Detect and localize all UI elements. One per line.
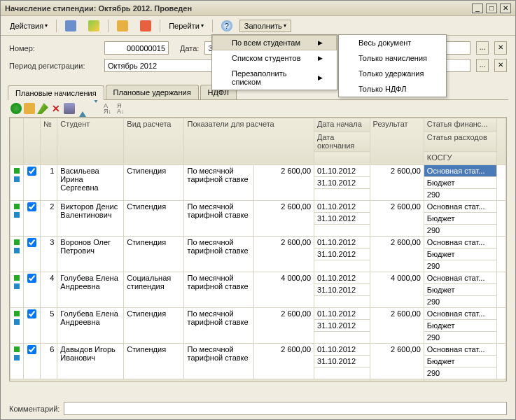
cell-n: 2 [41, 201, 57, 237]
col-finance[interactable]: Статья финанс... [424, 118, 496, 132]
col-student[interactable]: Студент [57, 118, 124, 165]
cell-date-start: 01.10.2012 [314, 165, 370, 177]
col-kosgu[interactable]: КОСГУ [424, 152, 496, 165]
post-icon[interactable] [112, 18, 133, 34]
cell-amount: 2 600,00 [253, 344, 314, 379]
cell-indicator: По месячной тарифной ставке [184, 201, 253, 237]
cell-finance[interactable]: Основная стат... [424, 165, 496, 177]
move-up-icon[interactable] [77, 103, 88, 114]
cell-date-end: 31.10.2012 [314, 213, 370, 225]
copy-row-icon[interactable] [24, 103, 35, 114]
table-row[interactable]: 4Голубева Елена АндреевнаСоциальная стип… [11, 272, 506, 284]
menu-all-students[interactable]: По всем студентам▶ [212, 35, 337, 50]
fill-submenu: Весь документ Только начисления Только у… [338, 34, 447, 97]
unpost-icon[interactable] [135, 18, 156, 34]
cell-date-start: 01.10.2012 [314, 201, 370, 213]
help-icon[interactable]: ? [216, 18, 237, 34]
cell-student: Давыдов Игорь Иванович [57, 344, 124, 379]
col-type[interactable]: Вид расчета [124, 118, 184, 165]
number-field[interactable] [104, 41, 169, 55]
maximize-button[interactable]: □ [486, 4, 497, 13]
cell-type: Стипендия [124, 237, 184, 272]
cell-n: 3 [41, 237, 57, 272]
edit-row-icon[interactable] [37, 103, 48, 114]
cell-kosgu: 290 [424, 189, 496, 201]
tab-plan-charges[interactable]: Плановые начисления [8, 85, 104, 100]
goto-dropdown[interactable]: Перейти ▾ [164, 20, 209, 32]
submenu-only-ndfl[interactable]: Только НДФЛ [339, 81, 446, 97]
select-button-2[interactable]: ... [476, 59, 489, 72]
cell-finance[interactable]: Основная стат... [424, 308, 496, 320]
cell-result: 2 600,00 [370, 308, 424, 344]
menu-refill-list[interactable]: Перезаполнить списком▶ [212, 66, 337, 90]
row-checkbox[interactable] [23, 237, 40, 272]
submenu-arrow-icon: ▶ [318, 55, 323, 62]
col-expense[interactable]: Статья расходов [424, 132, 496, 152]
tab-plan-deductions[interactable]: Плановые удержания [106, 85, 199, 99]
table-row[interactable]: 5Голубева Елена АндреевнаСтипендияПо мес… [11, 308, 506, 320]
col-n[interactable]: № [41, 118, 57, 165]
data-grid[interactable]: № Студент Вид расчета Показатели для рас… [9, 117, 507, 382]
submenu-arrow-icon: ▶ [318, 74, 323, 81]
cell-type: Стипендия [124, 201, 184, 237]
row-checkbox[interactable] [23, 308, 40, 344]
submenu-only-charges[interactable]: Только начисления [339, 50, 446, 66]
cell-finance[interactable]: Основная стат... [424, 272, 496, 284]
menu-list-students[interactable]: Списком студентов▶ [212, 50, 337, 66]
fill-dropdown[interactable]: Заполнить ▾ [239, 20, 291, 32]
refresh-icon[interactable] [83, 18, 104, 34]
col-date-end[interactable]: Дата окончания [314, 132, 370, 152]
close-button[interactable]: ✕ [500, 4, 511, 13]
period-field[interactable] [104, 59, 216, 72]
sort-desc-icon[interactable]: ЯA↓ [117, 103, 128, 114]
minimize-button[interactable]: _ [472, 4, 483, 13]
row-checkbox[interactable] [23, 201, 40, 237]
row-checkbox[interactable] [23, 344, 40, 379]
comment-field[interactable] [64, 402, 507, 415]
actions-dropdown[interactable]: Действия ▾ [5, 20, 53, 32]
cell-finance[interactable]: Основная стат... [424, 237, 496, 248]
row-checkbox[interactable] [23, 272, 40, 308]
cell-amount: 2 600,00 [253, 165, 314, 201]
cell-finance[interactable]: Основная стат... [424, 201, 496, 213]
cell-kosgu: 290 [424, 332, 496, 344]
table-row[interactable]: 2Викторов Денис ВалентиновичСтипендияПо … [11, 201, 506, 213]
cell-student: Викторов Денис Валентинович [57, 201, 124, 237]
cell-indicator: По месячной тарифной ставке [184, 308, 253, 344]
save-icon[interactable] [60, 18, 81, 34]
submenu-only-deductions[interactable]: Только удержания [339, 66, 446, 81]
clear-button-1[interactable]: ✕ [494, 41, 507, 55]
select-button-1[interactable]: ... [476, 41, 489, 55]
cell-expense: Бюджет [424, 320, 496, 332]
delete-row-icon[interactable]: ✕ [50, 103, 62, 114]
cell-amount: 4 000,00 [253, 272, 314, 308]
cell-finance[interactable]: Основная стат... [424, 344, 496, 356]
cell-expense: Бюджет [424, 213, 496, 225]
date-label: Дата: [180, 44, 199, 52]
cell-type: Социальная стипендия [124, 272, 184, 308]
cell-student: Воронов Олег Петрович [57, 237, 124, 272]
cell-n: 4 [41, 272, 57, 308]
table-row[interactable]: 6Давыдов Игорь ИвановичСтипендияПо месяч… [11, 344, 506, 356]
cell-student: Голубева Елена Андреевна [57, 272, 124, 308]
sort-asc-icon[interactable]: AЯ↓ [104, 103, 115, 114]
col-indicators[interactable]: Показатели для расчета [184, 118, 314, 165]
clear-button-2[interactable]: ✕ [494, 59, 507, 72]
cell-date-end: 31.10.2012 [314, 248, 370, 260]
row-checkbox[interactable] [23, 165, 40, 201]
fill-menu: По всем студентам▶ Списком студентов▶ Пе… [211, 34, 337, 90]
grid-settings-icon[interactable] [64, 103, 75, 114]
cell-amount: 2 600,00 [253, 308, 314, 344]
table-row[interactable]: 1Васильева Ирина СергеевнаСтипендияПо ме… [11, 165, 506, 177]
submenu-whole-doc[interactable]: Весь документ [339, 35, 446, 50]
col-date-start[interactable]: Дата начала [314, 118, 370, 132]
row-marker [11, 201, 24, 237]
cell-indicator: По месячной тарифной ставке [184, 344, 253, 379]
add-row-icon[interactable] [11, 103, 22, 114]
col-result[interactable]: Результат [370, 118, 424, 165]
move-down-icon[interactable] [90, 103, 102, 114]
cell-expense: Бюджет [424, 248, 496, 260]
cell-expense: Бюджет [424, 356, 496, 368]
cell-n: 6 [41, 344, 57, 379]
table-row[interactable]: 3Воронов Олег ПетровичСтипендияПо месячн… [11, 237, 506, 248]
